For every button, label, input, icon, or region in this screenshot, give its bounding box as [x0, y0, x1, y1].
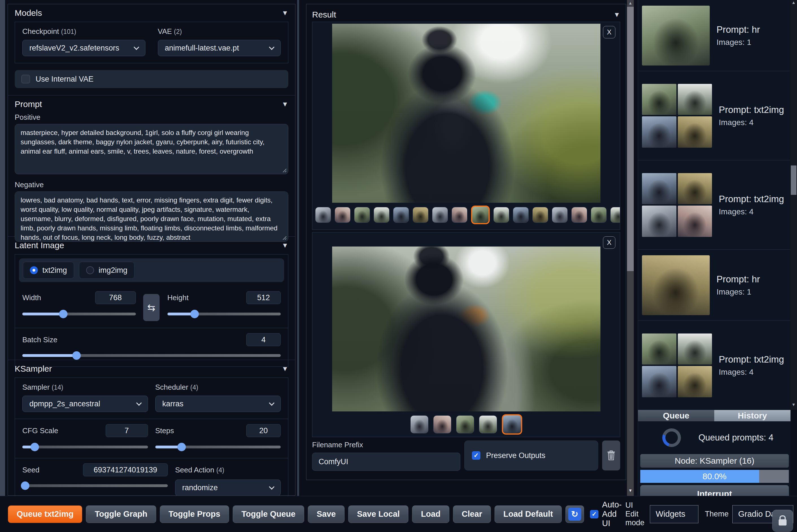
- gallery-2-thumbnails: [312, 412, 620, 438]
- left-panel-scrollbar[interactable]: [297, 0, 299, 496]
- radio-txt2img[interactable]: txt2img: [23, 262, 74, 279]
- main-scrollbar[interactable]: ▲ ▼: [627, 0, 634, 496]
- collapse-icon[interactable]: ▼: [282, 9, 288, 17]
- gallery-thumbnail[interactable]: [502, 414, 522, 435]
- steps-input[interactable]: 20: [246, 424, 281, 437]
- gallery-thumbnail[interactable]: [354, 207, 370, 223]
- gallery-thumbnail[interactable]: [552, 207, 568, 223]
- width-slider[interactable]: [22, 310, 136, 318]
- collapse-icon[interactable]: ▼: [282, 365, 288, 373]
- cfg-input[interactable]: 7: [106, 424, 148, 437]
- save-button[interactable]: Save: [308, 506, 345, 523]
- gallery-thumbnail[interactable]: [374, 207, 390, 223]
- slider-handle[interactable]: [177, 443, 186, 451]
- gallery-thumbnail[interactable]: [410, 415, 429, 434]
- lock-ui-button[interactable]: [772, 510, 793, 532]
- history-item[interactable]: Prompt: txt2imgImages: 4: [638, 321, 791, 410]
- seed-action-dropdown[interactable]: randomize: [175, 479, 281, 496]
- gallery-thumbnail[interactable]: [452, 207, 468, 223]
- queue-txt2img-button[interactable]: Queue txt2img: [8, 506, 82, 523]
- checkpoint-dropdown[interactable]: refslaveV2_v2.safetensors: [22, 40, 146, 56]
- preserve-outputs-checkbox[interactable]: ✓: [472, 451, 480, 460]
- widgets-select[interactable]: Widgets: [650, 505, 698, 523]
- cfg-slider[interactable]: [22, 443, 148, 451]
- bottom-toolbar: Queue txt2img Toggle Graph Toggle Props …: [0, 496, 797, 532]
- use-internal-vae-checkbox[interactable]: [21, 75, 30, 83]
- collapse-icon[interactable]: ▼: [613, 11, 620, 19]
- history-item[interactable]: Prompt: hrImages: 1: [638, 250, 791, 321]
- load-button[interactable]: Load: [412, 506, 449, 523]
- seed-slider[interactable]: [22, 481, 168, 490]
- gallery-thumbnail[interactable]: [479, 415, 497, 434]
- collapse-icon[interactable]: ▼: [282, 242, 288, 249]
- load-default-button[interactable]: Load Default: [495, 506, 562, 523]
- gallery-thumbnail[interactable]: [432, 207, 448, 223]
- width-input[interactable]: 768: [95, 291, 136, 304]
- history-scrollbar[interactable]: ▲ ▼: [790, 0, 797, 410]
- slider-handle[interactable]: [59, 310, 68, 318]
- gallery-thumbnail[interactable]: [513, 207, 529, 223]
- batch-size-input[interactable]: 4: [246, 333, 281, 346]
- gallery-thumbnail[interactable]: [471, 206, 490, 224]
- save-local-button[interactable]: Save Local: [348, 506, 409, 523]
- close-icon[interactable]: X: [603, 26, 615, 38]
- slider-handle[interactable]: [72, 351, 81, 360]
- gallery-thumbnail[interactable]: [532, 207, 548, 223]
- close-icon[interactable]: X: [603, 236, 615, 249]
- batch-size-slider[interactable]: [22, 351, 281, 360]
- swap-dimensions-button[interactable]: ⇆: [143, 294, 159, 321]
- gallery-thumbnail[interactable]: [413, 207, 429, 223]
- sampler-dropdown[interactable]: dpmpp_2s_ancestral: [22, 396, 148, 412]
- mode-radio-group: txt2img img2img: [19, 259, 284, 282]
- auto-add-ui-checkbox[interactable]: ✓: [590, 510, 599, 518]
- gallery-thumbnail[interactable]: [335, 207, 350, 223]
- tab-history[interactable]: History: [714, 410, 791, 421]
- slider-handle[interactable]: [21, 481, 30, 490]
- filename-prefix-input[interactable]: ComfyUI: [312, 453, 460, 471]
- negative-prompt-input[interactable]: lowres, bad anatomy, bad hands, text, er…: [15, 191, 288, 242]
- radio-img2img[interactable]: img2img: [79, 262, 134, 279]
- collapse-icon[interactable]: ▼: [282, 100, 288, 108]
- result-image-2[interactable]: [332, 247, 601, 412]
- slider-handle[interactable]: [31, 443, 39, 451]
- history-item-prompt: Prompt: hr: [717, 274, 760, 285]
- refresh-button[interactable]: ↻: [565, 506, 584, 523]
- clear-outputs-button[interactable]: [602, 440, 620, 471]
- toggle-props-button[interactable]: Toggle Props: [160, 506, 229, 523]
- toggle-queue-button[interactable]: Toggle Queue: [233, 506, 304, 523]
- gallery-thumbnail[interactable]: [610, 207, 620, 223]
- history-item[interactable]: Prompt: txt2imgImages: 4: [638, 71, 791, 160]
- gallery-thumbnail[interactable]: [591, 207, 607, 223]
- result-image-1[interactable]: [332, 24, 601, 203]
- scheduler-dropdown[interactable]: karras: [155, 396, 281, 412]
- gallery-thumbnail[interactable]: [393, 207, 409, 223]
- steps-slider[interactable]: [155, 443, 281, 451]
- gallery-thumbnail[interactable]: [315, 207, 331, 223]
- scroll-up-icon[interactable]: ▲: [790, 0, 797, 5]
- scroll-down-icon[interactable]: ▼: [627, 488, 634, 493]
- checkpoint-value: refslaveV2_v2.safetensors: [30, 44, 119, 53]
- gallery-thumbnail[interactable]: [433, 415, 451, 434]
- scrollbar-thumb[interactable]: [791, 166, 796, 195]
- scroll-up-icon[interactable]: ▲: [627, 1, 634, 5]
- scroll-down-icon[interactable]: ▼: [790, 402, 797, 407]
- seed-input[interactable]: 693741274019139: [83, 463, 168, 476]
- height-slider[interactable]: [168, 310, 281, 318]
- slider-handle[interactable]: [190, 310, 199, 318]
- tab-queue[interactable]: Queue: [638, 410, 714, 421]
- gallery-thumbnail[interactable]: [571, 207, 587, 223]
- toggle-graph-button[interactable]: Toggle Graph: [86, 506, 156, 523]
- history-list: Prompt: hrImages: 1Prompt: txt2imgImages…: [638, 0, 791, 410]
- result-gallery-1: X: [312, 22, 620, 230]
- vae-dropdown[interactable]: animefull-latest.vae.pt: [158, 40, 281, 56]
- gallery-thumbnail[interactable]: [493, 207, 509, 223]
- positive-prompt-input[interactable]: masterpiece, hyper detailed background, …: [15, 124, 288, 174]
- history-item[interactable]: Prompt: txt2imgImages: 4: [638, 160, 791, 250]
- scrollbar-thumb[interactable]: [627, 7, 634, 271]
- history-item-text: Prompt: hrImages: 1: [717, 24, 760, 47]
- clear-button[interactable]: Clear: [453, 506, 491, 523]
- history-item[interactable]: Prompt: hrImages: 1: [638, 0, 791, 71]
- height-input[interactable]: 512: [246, 291, 281, 304]
- filename-prefix-label: Filename Prefix: [312, 440, 460, 449]
- gallery-thumbnail[interactable]: [456, 415, 474, 434]
